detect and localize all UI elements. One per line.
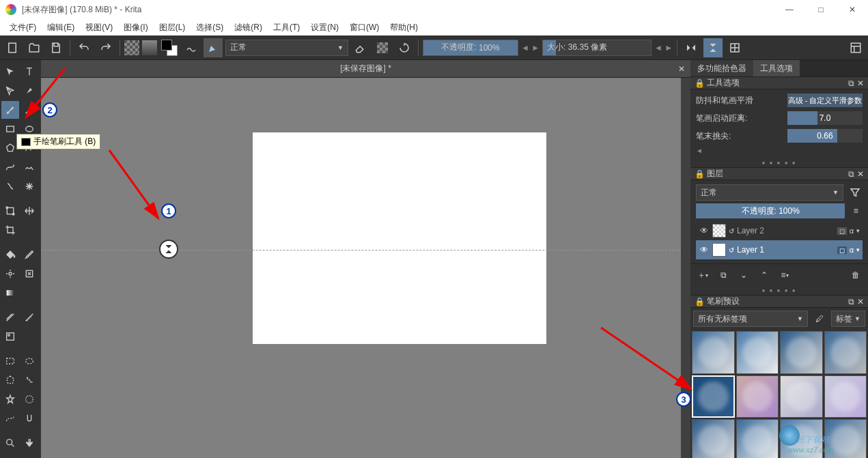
svg-line-18: [109, 150, 158, 218]
annotation-1: 1: [161, 203, 176, 218]
svg-line-19: [601, 328, 691, 389]
annotation-2: 2: [42, 102, 57, 117]
brush-tool-tooltip: 手绘笔刷工具 (B): [16, 134, 100, 149]
annotation-3: 3: [676, 392, 691, 407]
watermark-text: 极光下载站 www.xz7.com: [788, 434, 834, 454]
